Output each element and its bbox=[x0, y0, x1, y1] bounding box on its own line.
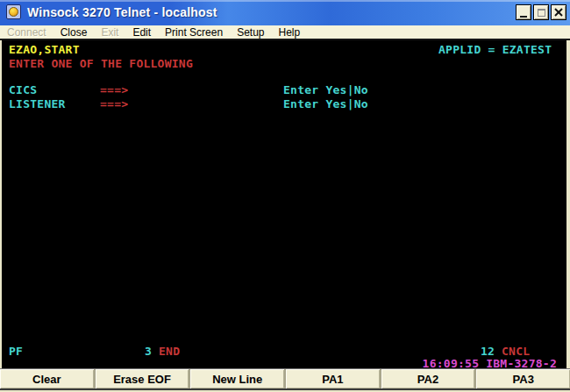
menu-item-connect: Connect bbox=[0, 26, 53, 39]
listener-input-field[interactable] bbox=[135, 150, 275, 163]
close-icon bbox=[554, 8, 563, 17]
window-title: Winsock 3270 Telnet - localhost bbox=[27, 5, 217, 19]
listener-arrow: ===> bbox=[100, 97, 128, 110]
maximize-icon bbox=[538, 9, 545, 17]
pf12-number: 12 bbox=[481, 345, 495, 358]
menu-bar: Connect Close Exit Edit Print Screen Set… bbox=[0, 25, 570, 40]
listener-label: LISTENER bbox=[9, 97, 66, 110]
pf12-action: CNCL bbox=[502, 345, 530, 358]
maximize-button[interactable] bbox=[533, 4, 549, 20]
keypad-button-pa1[interactable]: PA1 bbox=[286, 369, 381, 388]
keypad-bar: Clear Erase EOF New Line PA1 PA2 PA3 bbox=[0, 368, 570, 390]
terminal-screen[interactable]: EZAO,START APPLID = EZATEST ENTER ONE OF… bbox=[0, 40, 570, 368]
globe-icon bbox=[9, 7, 18, 17]
pf3-action: END bbox=[159, 345, 180, 358]
terminal-row-command: EZAO,START APPLID = EZATEST bbox=[2, 43, 566, 57]
keypad-button-clear[interactable]: Clear bbox=[0, 369, 96, 388]
applid-text: APPLID = EZATEST bbox=[438, 43, 552, 56]
cics-arrow: ===> bbox=[100, 83, 128, 96]
cics-hint: Enter Yes|No bbox=[283, 83, 368, 96]
terminal-row-cics: CICS ===> Enter Yes|No bbox=[2, 83, 566, 97]
close-button[interactable] bbox=[551, 4, 566, 20]
menu-item-help[interactable]: Help bbox=[271, 26, 307, 39]
menu-item-edit[interactable]: Edit bbox=[125, 26, 158, 39]
cics-input-field[interactable] bbox=[135, 136, 275, 149]
listener-hint: Enter Yes|No bbox=[283, 97, 368, 110]
menu-item-close[interactable]: Close bbox=[53, 26, 95, 39]
minimize-icon bbox=[520, 16, 527, 18]
minimize-button[interactable] bbox=[516, 4, 531, 20]
keypad-button-erase-eof[interactable]: Erase EOF bbox=[96, 369, 191, 388]
terminal-row-prompt: ENTER ONE OF THE FOLLOWING bbox=[2, 57, 566, 71]
prompt-text: ENTER ONE OF THE FOLLOWING bbox=[9, 57, 193, 70]
menu-item-exit: Exit bbox=[94, 26, 125, 39]
pf3-number: 3 bbox=[145, 345, 152, 358]
pf-label: PF bbox=[9, 345, 23, 358]
app-icon bbox=[6, 4, 21, 19]
menu-item-setup[interactable]: Setup bbox=[230, 26, 271, 39]
title-bar[interactable]: Winsock 3270 Telnet - localhost bbox=[0, 0, 570, 25]
keypad-button-new-line[interactable]: New Line bbox=[190, 369, 286, 388]
command-text: EZAO,START bbox=[9, 43, 80, 56]
terminal-row-listener: LISTENER ===> Enter Yes|No bbox=[2, 97, 566, 111]
telnet-window: Winsock 3270 Telnet - localhost Connect … bbox=[0, 0, 570, 392]
keypad-button-pa3[interactable]: PA3 bbox=[476, 369, 570, 388]
menu-item-print-screen[interactable]: Print Screen bbox=[158, 26, 230, 39]
keypad-button-pa2[interactable]: PA2 bbox=[381, 369, 477, 388]
cics-label: CICS bbox=[9, 83, 37, 96]
